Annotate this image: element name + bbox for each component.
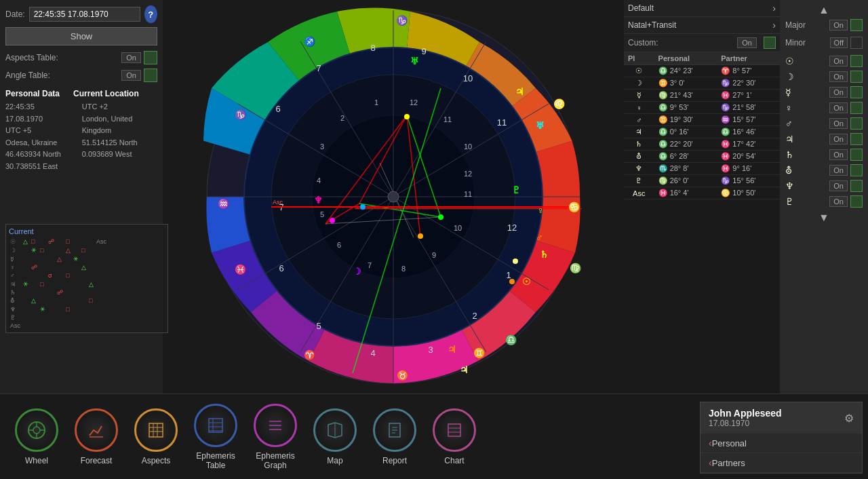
minor-state[interactable]: Off — [830, 37, 848, 48]
planet-ctrl-checkbox[interactable] — [850, 195, 863, 208]
nav-label-report: Report — [382, 456, 407, 465]
planet-ctrl-state[interactable]: On — [829, 180, 848, 191]
angle-table-checkbox[interactable] — [144, 69, 157, 82]
nav-label-line: Aspects — [142, 456, 171, 465]
custom-state[interactable]: On — [737, 37, 757, 48]
natal-transit-label: Natal+Transit — [628, 20, 772, 30]
svg-text:10: 10 — [463, 73, 473, 83]
profile-date: 17.08.1970 — [709, 419, 782, 428]
planet-ctrl-checkbox[interactable] — [850, 102, 863, 114]
planet-ctrl-checkbox[interactable] — [850, 164, 863, 176]
scroll-up-arrow[interactable]: ▲ — [783, 3, 865, 18]
date-input[interactable] — [29, 7, 140, 22]
help-button[interactable]: ? — [144, 5, 157, 23]
nav-item-aspects[interactable]: Aspects — [126, 408, 186, 465]
svg-text:♍: ♍ — [570, 263, 582, 274]
svg-text:12: 12 — [464, 170, 472, 178]
left-panel: Date: ? Show Aspects Table: On Angle Tab… — [0, 0, 163, 394]
angle-table-state[interactable]: On — [121, 70, 141, 81]
svg-text:6: 6 — [275, 104, 280, 114]
planet-partner: ♈ 8° 57' — [717, 65, 780, 77]
planet-personal: ♊ 3° 0' — [654, 77, 717, 90]
minor-label: Minor — [785, 38, 827, 47]
nav-item-report[interactable]: Report — [365, 408, 425, 465]
svg-text:♑: ♑ — [396, 15, 408, 26]
nav-item-chart[interactable]: Chart — [425, 408, 484, 465]
nav-item-wheel[interactable]: Wheel — [7, 408, 66, 465]
planet-ctrl-state[interactable]: On — [829, 102, 848, 113]
planet-control-row: ♃ On — [783, 132, 865, 146]
personal-col-1: 22:45:35 17.08.1970 UTC +5 Odesa, Ukrain… — [5, 101, 68, 173]
personal-headers: Personal Data Current Location — [5, 89, 157, 98]
planet-partner: ♑ 15° 56' — [717, 175, 780, 187]
nav-label-forecast: Forecast — [81, 456, 113, 465]
planet-ctrl-checkbox[interactable] — [850, 149, 863, 161]
planet-ctrl-state[interactable]: On — [829, 196, 848, 207]
planet-ctrl-checkbox[interactable] — [850, 71, 863, 83]
aspects-table-state[interactable]: On — [121, 52, 141, 63]
current-location-header: Current Location — [73, 89, 139, 98]
major-checkbox[interactable] — [850, 19, 863, 31]
svg-text:♒: ♒ — [218, 198, 230, 210]
planet-ctrl-checkbox[interactable] — [850, 86, 863, 98]
location-line-3: 51.514125 North — [82, 137, 157, 149]
planet-row: ♆ ♏ 28° 8' ♓ 9° 16' — [624, 163, 780, 175]
personal-col-2: UTC +2 London, United Kingdom 51.514125 … — [82, 101, 157, 173]
planet-ctrl-symbol: ♄ — [785, 149, 827, 160]
profile-partners-row[interactable]: ‹ Partners — [701, 453, 862, 473]
right-controls-panel: ▲ Major On Minor Off ☉ On ☽ On ☿ On ♀ On… — [780, 0, 868, 394]
profile-name: John Appleseed — [709, 408, 782, 419]
planet-control-row: ⛢ On — [783, 164, 865, 177]
svg-text:10: 10 — [464, 142, 472, 151]
svg-text:3: 3 — [428, 345, 433, 355]
svg-text:8: 8 — [401, 265, 406, 273]
planet-ctrl-checkbox[interactable] — [850, 117, 863, 130]
planet-ctrl-checkbox[interactable] — [850, 55, 863, 67]
nav-item-map[interactable]: Map — [305, 408, 365, 465]
planet-row: ☿ ♍ 21° 43' ♓ 27° 1' — [624, 90, 780, 102]
scroll-down-arrow[interactable]: ▼ — [783, 210, 865, 225]
nav-item-forecast[interactable]: Forecast — [66, 408, 126, 465]
profile-personal-row[interactable]: ‹ Personal — [701, 434, 862, 453]
planet-symbol: ☿ — [624, 90, 654, 102]
planet-ctrl-state[interactable]: On — [829, 56, 848, 66]
planet-ctrl-symbol: ♀ — [785, 102, 827, 113]
planet-ctrl-checkbox[interactable] — [850, 133, 863, 145]
planet-ctrl-state[interactable]: On — [829, 87, 848, 98]
svg-text:7: 7 — [316, 63, 321, 73]
svg-text:12: 12 — [507, 223, 517, 233]
profile-partners-label: Partners — [712, 458, 854, 468]
major-state[interactable]: On — [829, 20, 848, 31]
planet-control-row: ♇ On — [783, 195, 865, 208]
svg-text:♓: ♓ — [235, 264, 247, 275]
show-button[interactable]: Show — [5, 27, 157, 45]
pl-header: Pl — [624, 52, 654, 65]
planet-control-row: ♄ On — [783, 148, 865, 161]
svg-point-83 — [330, 218, 335, 223]
planet-ctrl-state[interactable]: On — [829, 71, 848, 82]
aspects-table-checkbox[interactable] — [144, 51, 157, 64]
planet-ctrl-symbol: ♇ — [785, 196, 827, 207]
default-chevron[interactable]: › — [772, 3, 776, 14]
angle-table-toggle-row: Angle Table: On — [5, 69, 157, 82]
nav-item-ephem-table[interactable]: EphemerisTable — [186, 404, 245, 470]
planet-ctrl-checkbox[interactable] — [850, 180, 863, 192]
location-line-4: 0.093689 West — [82, 149, 157, 161]
planet-ctrl-state[interactable]: On — [829, 134, 848, 145]
profile-gear-icon[interactable]: ⚙ — [844, 412, 854, 425]
nav-label-line: Table — [206, 461, 226, 470]
planet-partner: ♑ 21° 58' — [717, 102, 780, 114]
planet-ctrl-state[interactable]: On — [829, 165, 848, 176]
minor-checkbox[interactable] — [850, 37, 863, 49]
planet-control-row: ♀ On — [783, 101, 865, 115]
nav-item-ephem-graph[interactable]: EphemerisGraph — [245, 404, 305, 470]
natal-transit-chevron[interactable]: › — [772, 20, 776, 31]
svg-text:♃: ♃ — [515, 86, 524, 97]
planet-ctrl-state[interactable]: On — [829, 118, 848, 129]
svg-text:12: 12 — [410, 98, 418, 107]
svg-text:♅: ♅ — [536, 120, 545, 131]
svg-text:♂: ♂ — [536, 232, 543, 243]
svg-point-87 — [509, 279, 515, 284]
planet-ctrl-state[interactable]: On — [829, 149, 848, 160]
custom-checkbox[interactable] — [764, 37, 776, 49]
